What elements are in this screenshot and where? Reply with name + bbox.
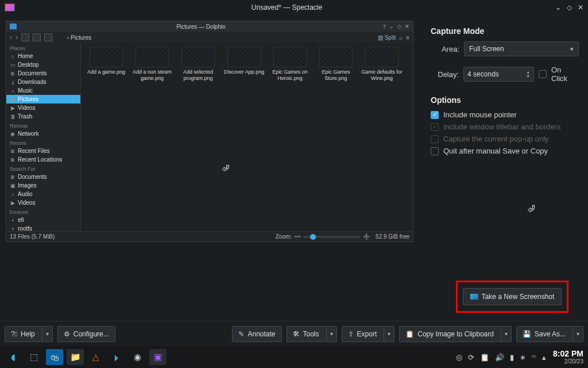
annotate-icon: ✎ — [238, 330, 244, 338]
screenshot-preview: Pictures — Dolphin ? ⌄ ◇ ✕ ‹ › › Picture… — [6, 21, 413, 242]
window-title: Unsaved* — Spectacle — [18, 3, 555, 12]
spin-down-icon: ▼ — [526, 74, 530, 78]
videos-search-icon: ▶ — [10, 200, 16, 206]
split-button: ▥ Split — [378, 34, 396, 41]
annotate-button[interactable]: ✎Annotate — [232, 326, 281, 342]
chevron-down-icon: ▾ — [326, 326, 336, 342]
device-icon: ▪ — [10, 217, 16, 223]
taskbar-settings-icon[interactable]: ⬚ — [25, 349, 42, 365]
minimize-icon[interactable]: ⌄ — [555, 3, 561, 12]
maximize-icon[interactable]: ◇ — [567, 3, 572, 12]
taskbar-discover-icon[interactable]: 🛍 — [46, 349, 63, 365]
configure-button[interactable]: ⚙Configure... — [57, 326, 115, 342]
docs-search-icon: 🗎 — [10, 174, 16, 180]
view-icons-icon — [21, 33, 29, 41]
hamburger-icon: ≡ — [406, 34, 409, 41]
cursor-icon: ⮰ — [222, 164, 229, 172]
settings-panel: Capture Mode Area: Full Screen▾ Delay: 4… — [413, 21, 582, 316]
help-icon: ?⃝ — [11, 330, 17, 338]
options-heading: Options — [431, 95, 579, 105]
chevron-down-icon: ▾ — [501, 326, 511, 342]
action-toolbar: ?⃝Help ▾ ⚙Configure... ✎Annotate 🛠Tools … — [0, 321, 588, 346]
titlebar: Unsaved* — Spectacle ⌄ ◇ ✕ — [0, 0, 588, 15]
chevron-down-icon: ▾ — [42, 326, 52, 342]
taskbar-dolphin-icon[interactable]: 📁 — [67, 349, 84, 365]
network-icon: ◉ — [10, 131, 16, 137]
chevron-down-icon: ▾ — [384, 326, 394, 342]
taskbar-vlc-icon[interactable]: △ — [87, 349, 105, 365]
breadcrumb: › Pictures — [56, 34, 374, 41]
dolphin-title: Pictures — Dolphin — [19, 24, 383, 30]
images-search-icon: ▣ — [10, 183, 16, 189]
close-icon[interactable]: ✕ — [578, 3, 583, 12]
app-icon — [5, 3, 15, 12]
zoom-out-icon: ➖ — [294, 233, 301, 240]
back-icon: ‹ — [10, 33, 12, 41]
copy-clipboard-button[interactable]: 📋Copy Image to Clipboard ▾ — [399, 326, 512, 342]
zoom-slider — [303, 236, 361, 238]
capture-mode-heading: Capture Mode — [431, 26, 579, 36]
clipboard-icon: 📋 — [405, 330, 414, 338]
dolphin-sidebar: Places ⌂Home ▭Desktop 🗎Documents ⭳Downlo… — [6, 43, 81, 231]
zoom-label: Zoom: — [276, 233, 292, 240]
bluetooth-tray-icon[interactable]: ∗ — [520, 353, 526, 362]
area-label: Area: — [431, 45, 459, 53]
taskbar: ◖ ⬚ 🛍 📁 △ ⏵ ◉ ▣ ◎ ⟳ 📋 🔊 ▮ ∗ ⌔ ▴ 8:02 PM … — [0, 346, 588, 368]
recent-files-icon: 🗎 — [10, 148, 16, 154]
save-icon: 💾 — [523, 330, 531, 338]
updates-tray-icon[interactable]: ⟳ — [468, 353, 474, 362]
volume-tray-icon[interactable]: 🔊 — [495, 353, 504, 362]
take-screenshot-button[interactable]: Take a New Screenshot — [463, 288, 562, 305]
dolphin-file-grid: Add a game.png Add a non steam game.png … — [81, 43, 413, 231]
screenshot-icon — [470, 294, 478, 300]
taskbar-player-icon[interactable]: ⏵ — [108, 349, 125, 365]
export-icon: ⇪ — [348, 330, 354, 338]
zoom-in-icon: ➕ — [363, 233, 370, 240]
battery-tray-icon[interactable]: ▮ — [510, 353, 514, 362]
include-pointer-checkbox[interactable]: ✓Include mouse pointer — [431, 110, 579, 119]
forward-icon: › — [16, 33, 18, 41]
capture-popup-checkbox: Capture the current pop-up only — [431, 135, 579, 143]
delay-label: Delay: — [431, 70, 459, 79]
system-tray: ◎ ⟳ 📋 🔊 ▮ ∗ ⌔ ▴ — [456, 353, 546, 362]
taskbar-clock[interactable]: 8:02 PM 2/20/23 — [553, 350, 583, 365]
view-compact-icon — [33, 33, 41, 41]
clipboard-tray-icon[interactable]: 📋 — [480, 353, 489, 362]
preview-pane: Pictures — Dolphin ? ⌄ ◇ ✕ ‹ › › Picture… — [6, 21, 413, 316]
music-icon: ♪ — [10, 88, 16, 94]
dolphin-close-icon: ✕ — [405, 24, 409, 29]
taskbar-spectacle-icon[interactable]: ▣ — [149, 349, 167, 365]
view-details-icon — [44, 33, 52, 41]
help-icon: ? — [383, 24, 386, 29]
taskbar-chrome-icon[interactable]: ◉ — [129, 349, 146, 365]
delay-spinbox[interactable]: 4 seconds ▲▼ — [463, 67, 534, 82]
home-icon: ⌂ — [10, 53, 16, 59]
quit-after-save-checkbox[interactable]: Quit after manual Save or Copy — [431, 147, 579, 155]
trash-icon: 🗑 — [10, 114, 16, 120]
on-click-checkbox[interactable]: On Click — [539, 66, 579, 83]
status-file-count: 13 Files (5.7 MiB) — [10, 233, 55, 240]
app-launcher-icon[interactable]: ◖ — [5, 349, 22, 365]
documents-icon: 🗎 — [10, 71, 16, 76]
audio-search-icon: ♪ — [10, 191, 16, 197]
videos-icon: ▶ — [10, 105, 16, 111]
dolphin-min-icon: ⌄ — [389, 24, 394, 29]
pictures-icon: ▣ — [10, 97, 16, 102]
export-button[interactable]: ⇪Export ▾ — [342, 326, 395, 342]
steam-tray-icon[interactable]: ◎ — [456, 353, 462, 362]
dolphin-window-preview: Pictures — Dolphin ? ⌄ ◇ ✕ ‹ › › Picture… — [6, 21, 413, 241]
tools-icon: 🛠 — [293, 330, 300, 338]
places-header: Places — [6, 43, 80, 52]
dolphin-icon — [10, 24, 17, 29]
sidebar-item-pictures: ▣Pictures — [6, 95, 80, 103]
dolphin-max-icon: ◇ — [397, 24, 401, 29]
area-select[interactable]: Full Screen▾ — [464, 41, 579, 56]
tools-button[interactable]: 🛠Tools ▾ — [287, 326, 337, 342]
wifi-tray-icon[interactable]: ⌔ — [532, 353, 536, 362]
downloads-icon: ⭳ — [10, 79, 16, 85]
tray-expand-icon[interactable]: ▴ — [542, 353, 546, 362]
help-button[interactable]: ?⃝Help ▾ — [5, 326, 53, 342]
recent-locations-icon: 🗎 — [10, 157, 16, 163]
save-as-button[interactable]: 💾Save As... ▾ — [516, 326, 583, 342]
chevron-down-icon: ▾ — [572, 326, 583, 342]
